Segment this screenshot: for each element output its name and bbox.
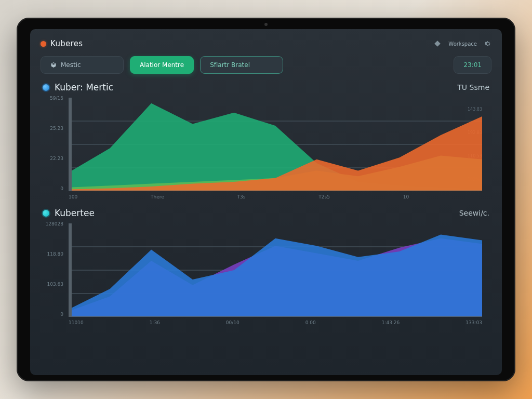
top-right-cluster: Workspace: [434, 40, 491, 47]
brand-dot-icon: [41, 41, 46, 47]
tablet-frame: Kuberes Workspace Mestic Alatior Mentre …: [17, 18, 515, 381]
status-label: Workspace: [448, 41, 477, 47]
panel-subtitle: TU Ssme: [457, 83, 489, 91]
bullet-icon: [43, 84, 49, 91]
tab-mestic[interactable]: Mestic: [41, 56, 124, 74]
dashboard-screen: Kuberes Workspace Mestic Alatior Mentre …: [30, 29, 502, 375]
series-container: [69, 103, 482, 191]
y-axis: 59/15 25.23 22.23 0: [41, 96, 66, 191]
x-axis: 11010 1:36 00/10 0 00 1:43 26 133:03: [69, 320, 482, 330]
chart-svg: [69, 223, 482, 317]
tab-alatior[interactable]: Alatior Mentre: [130, 56, 194, 74]
chart-svg: [69, 98, 482, 191]
tab-sflartr[interactable]: Sflartr Bratel: [200, 56, 283, 74]
panel-title: Kubertee: [43, 208, 95, 218]
top-bar: Kuberes Workspace: [41, 36, 491, 51]
y-axis: 128028 118.80 103.63 0: [41, 221, 66, 317]
panel-kuber-mertic: Kuber: Mertic TU Ssme 59/15 25.23 22.23 …: [41, 82, 491, 205]
brand-title: Kuberes: [50, 39, 83, 48]
tab-label: Mestic: [61, 61, 81, 69]
x-axis: 100 There T3s T2s5 10: [69, 194, 482, 205]
tab-label: Alatior Mentre: [140, 61, 184, 69]
panel-kubertee: Kubertee Seewi/c. 128028 118.80 103.63 0: [41, 208, 491, 330]
bullet-icon: [43, 210, 49, 217]
panel-title: Kuber: Mertic: [43, 82, 113, 92]
brand: Kuberes: [41, 39, 83, 48]
tab-label: 23:01: [463, 61, 482, 69]
panel-head: Kubertee Seewi/c.: [43, 208, 489, 218]
device-camera: [264, 23, 268, 26]
panel-head: Kuber: Mertic TU Ssme: [43, 82, 489, 92]
plot-area: [69, 98, 482, 191]
diamond-icon: [434, 40, 441, 47]
cube-icon: [50, 62, 57, 68]
tab-clock-value[interactable]: 23:01: [454, 56, 491, 74]
plot-area: [69, 223, 482, 317]
panel-subtitle: Seewi/c.: [459, 209, 489, 217]
gear-icon[interactable]: [484, 40, 491, 47]
chart-bottom: 128028 118.80 103.63 0: [41, 221, 491, 330]
tab-label: Sflartr Bratel: [210, 61, 250, 69]
panel-title-text: Kuber: Mertic: [55, 82, 113, 92]
panel-title-text: Kubertee: [55, 208, 95, 218]
tab-bar: Mestic Alatior Mentre Sflartr Bratel 23:…: [41, 56, 491, 74]
chart-top: 59/15 25.23 22.23 0 143.83 192.83 110.53…: [41, 96, 491, 205]
